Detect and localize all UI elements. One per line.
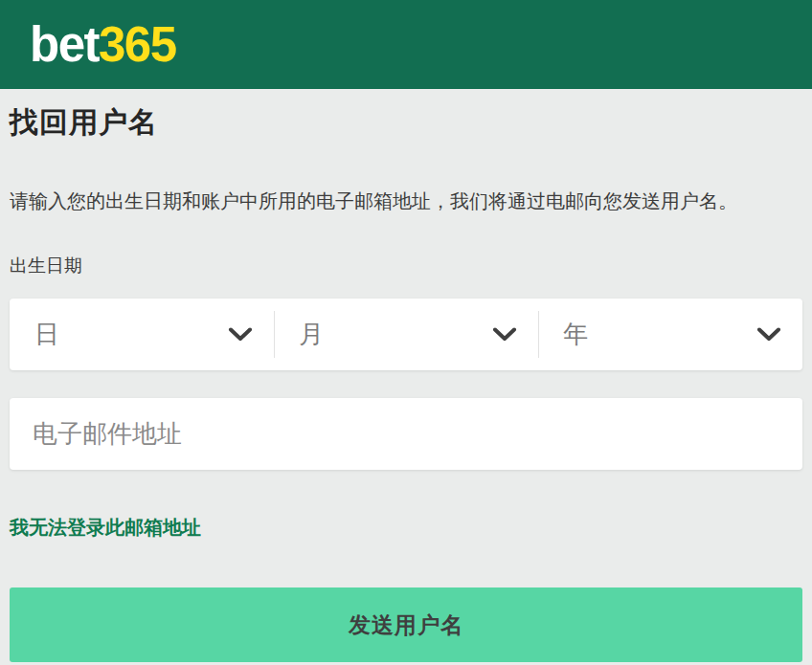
page-title: 找回用户名 bbox=[10, 103, 802, 141]
dob-year-value: 年 bbox=[563, 318, 588, 351]
bet365-logo[interactable]: bet365 bbox=[30, 20, 176, 69]
cant-access-email-link[interactable]: 我无法登录此邮箱地址 bbox=[10, 515, 201, 541]
dob-select-row: 日 月 年 bbox=[10, 299, 802, 370]
chevron-down-icon bbox=[756, 327, 781, 342]
send-username-button[interactable]: 发送用户名 bbox=[10, 587, 802, 662]
dob-day-value: 日 bbox=[34, 318, 59, 351]
dob-year-select[interactable]: 年 bbox=[538, 299, 802, 370]
instructions-text: 请输入您的出生日期和账户中所用的电子邮箱地址，我们将通过电邮向您发送用户名。 bbox=[10, 188, 802, 214]
logo-text-365: 365 bbox=[99, 17, 176, 72]
main-content: 找回用户名 请输入您的出生日期和账户中所用的电子邮箱地址，我们将通过电邮向您发送… bbox=[0, 103, 812, 662]
dob-day-select[interactable]: 日 bbox=[10, 299, 274, 370]
chevron-down-icon bbox=[492, 327, 517, 342]
dob-label: 出生日期 bbox=[10, 254, 802, 278]
dob-month-value: 月 bbox=[299, 318, 324, 351]
chevron-down-icon bbox=[228, 327, 253, 342]
dob-month-select[interactable]: 月 bbox=[274, 299, 538, 370]
app-header: bet365 bbox=[0, 0, 812, 89]
logo-text-bet: bet bbox=[30, 17, 99, 72]
email-address-input[interactable] bbox=[10, 398, 802, 470]
